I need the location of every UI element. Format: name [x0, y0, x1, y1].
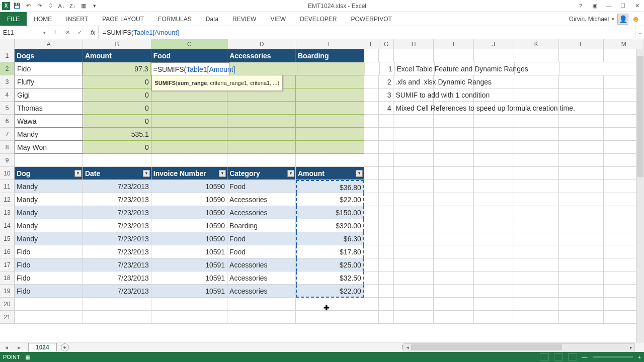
cell[interactable]: 10590 [151, 193, 227, 206]
sheet-nav-prev-icon[interactable]: ◂ [5, 344, 8, 351]
col-header[interactable]: C [151, 39, 227, 49]
cell[interactable] [559, 180, 604, 193]
cell[interactable] [514, 88, 559, 102]
cell[interactable] [151, 298, 227, 311]
cell[interactable] [379, 232, 393, 245]
zoom-slider[interactable] [593, 356, 633, 358]
minimize-icon[interactable]: — [604, 3, 614, 10]
cell[interactable] [364, 206, 379, 219]
cell[interactable]: Gigi [15, 88, 83, 102]
cell[interactable] [394, 167, 434, 180]
cell[interactable] [296, 115, 364, 128]
cell[interactable] [514, 311, 559, 324]
cell[interactable] [474, 258, 514, 272]
cell[interactable] [151, 141, 227, 154]
tab-formulas[interactable]: FORMULAS [151, 12, 199, 26]
col-header[interactable]: E [296, 39, 365, 49]
cell[interactable] [83, 298, 151, 311]
filter-dropdown-icon[interactable]: ▾ [74, 170, 82, 177]
cell[interactable] [379, 141, 393, 154]
cell[interactable]: 2 [379, 75, 393, 88]
touch-mode-icon[interactable]: ⇳ [46, 2, 54, 10]
cell[interactable] [559, 193, 604, 206]
cell[interactable] [15, 311, 83, 324]
row-header[interactable]: 12 [0, 193, 15, 206]
pivot-icon[interactable]: ▦ [79, 2, 88, 10]
cell[interactable] [434, 115, 474, 128]
row-header[interactable]: 11 [0, 180, 15, 193]
redo-icon[interactable]: ↷ [35, 2, 43, 10]
cell[interactable] [434, 154, 474, 167]
row-header[interactable]: 15 [0, 232, 15, 245]
cell[interactable]: Boarding [296, 49, 364, 62]
cell[interactable]: 0 [83, 75, 151, 88]
add-sheet-icon[interactable]: + [61, 343, 69, 351]
horizontal-scrollbar[interactable]: ◂ ▸ [404, 343, 635, 351]
cell[interactable] [514, 180, 559, 193]
cell[interactable] [394, 298, 434, 311]
cell[interactable] [364, 128, 379, 141]
cell[interactable] [474, 245, 514, 258]
cell[interactable] [559, 272, 604, 285]
cell[interactable] [379, 193, 393, 206]
cell[interactable] [474, 285, 514, 298]
cell[interactable] [227, 154, 296, 167]
cell[interactable]: 0 [83, 115, 151, 128]
cell[interactable] [227, 298, 296, 311]
avatar[interactable]: 👤 [617, 14, 628, 25]
tab-review[interactable]: REVIEW [225, 12, 263, 26]
cell[interactable] [434, 141, 474, 154]
cell[interactable]: =SUMIFS(Table1[Amount]SUMIFS(sum_range, … [151, 62, 229, 75]
cell[interactable] [364, 180, 379, 193]
cell[interactable] [434, 167, 474, 180]
row-header[interactable]: 6 [0, 115, 15, 128]
page-break-view-icon[interactable] [568, 353, 577, 360]
cell[interactable]: Mandy [15, 193, 83, 206]
cell[interactable] [434, 219, 474, 232]
cell[interactable] [394, 285, 434, 298]
cell[interactable]: Amount▾ [296, 167, 364, 180]
cell[interactable] [559, 167, 604, 180]
cell[interactable] [364, 75, 379, 88]
cell[interactable] [394, 232, 434, 245]
cell[interactable]: 10590 [151, 180, 227, 193]
cell[interactable] [514, 75, 559, 88]
cell[interactable]: 10590 [151, 206, 227, 219]
cell[interactable]: $25.00 [296, 258, 364, 272]
tab-data[interactable]: Data [199, 12, 225, 26]
cell[interactable] [296, 154, 364, 167]
col-header[interactable]: B [83, 39, 151, 49]
cell[interactable]: May Won [15, 141, 83, 154]
cell[interactable] [514, 298, 559, 311]
row-header[interactable]: 5 [0, 102, 15, 115]
cell[interactable] [474, 115, 514, 128]
row-header[interactable]: 4 [0, 88, 15, 102]
col-header[interactable]: D [228, 39, 296, 49]
page-layout-view-icon[interactable] [554, 353, 563, 360]
cell[interactable]: 10590 [151, 219, 227, 232]
row-header[interactable]: 16 [0, 245, 15, 258]
cell[interactable] [379, 298, 393, 311]
cell[interactable] [15, 298, 83, 311]
cell[interactable] [296, 128, 364, 141]
cell[interactable]: 7/23/2013 [83, 285, 151, 298]
normal-view-icon[interactable] [540, 353, 549, 360]
cell[interactable]: Mixed Cell References to speed up formul… [393, 102, 434, 115]
worksheet-grid[interactable]: A B C D E F G H I J K L M 1DogsAmountFoo… [0, 39, 644, 343]
cell[interactable] [229, 62, 297, 75]
cell[interactable] [379, 245, 393, 258]
col-header[interactable]: G [379, 39, 394, 49]
cell[interactable] [364, 88, 379, 102]
cell[interactable]: 10591 [151, 285, 227, 298]
cell[interactable]: 7/23/2013 [83, 219, 151, 232]
cell[interactable]: Mandy [15, 128, 83, 141]
cell[interactable] [394, 272, 434, 285]
cell[interactable]: $32.50 [296, 272, 364, 285]
cell[interactable]: Fido [15, 62, 83, 75]
cell[interactable] [474, 167, 514, 180]
cell[interactable] [394, 193, 434, 206]
cell[interactable] [151, 154, 227, 167]
cell[interactable] [434, 232, 474, 245]
col-header[interactable]: I [434, 39, 474, 49]
row-header[interactable]: 9 [0, 154, 15, 167]
